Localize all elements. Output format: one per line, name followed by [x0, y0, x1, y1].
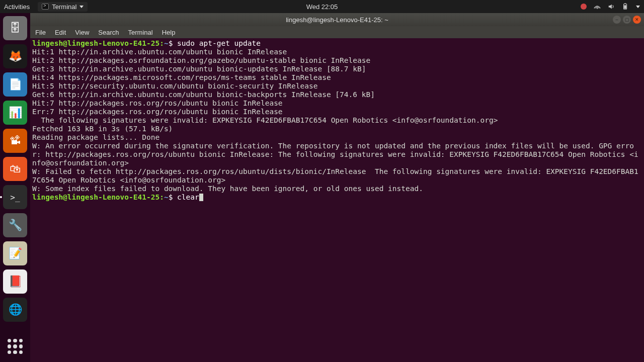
activities-button[interactable]: Activities	[4, 3, 30, 11]
terminal-output-line: Hit:7 http://packages.ros.org/ros/ubuntu…	[32, 99, 642, 108]
settings-icon[interactable]: 🔧	[3, 213, 27, 237]
writer-icon[interactable]: 📄	[3, 72, 27, 97]
svg-rect-3	[624, 5, 626, 9]
cursor	[199, 194, 203, 201]
terminal-output-line: Hit:2 http://packages.osrfoundation.org/…	[32, 56, 642, 65]
terminal-output-line: Get:6 http://in.archive.ubuntu.com/ubunt…	[32, 90, 642, 99]
software-icon[interactable]: 🛍	[3, 157, 27, 181]
impress-icon[interactable]: 📽	[3, 129, 27, 153]
clock[interactable]: Wed 22:05	[306, 3, 338, 11]
text-editor-icon[interactable]: 📝	[3, 241, 27, 265]
files-icon[interactable]: 🗄	[3, 16, 27, 40]
show-applications-icon[interactable]	[8, 339, 23, 354]
app-menu[interactable]: Terminal	[38, 2, 88, 12]
menu-edit[interactable]: Edit	[55, 29, 66, 36]
top-bar: Activities Terminal Wed 22:05	[0, 0, 644, 13]
terminal-body[interactable]: lingesh@lingesh-Lenovo-E41-25:~$ sudo ap…	[30, 38, 644, 362]
svg-point-0	[597, 8, 598, 9]
close-button[interactable]: ✕	[633, 16, 641, 24]
maximize-button[interactable]: ▢	[623, 16, 631, 24]
terminal-icon[interactable]: >_	[3, 185, 27, 209]
menu-view[interactable]: View	[75, 29, 89, 36]
chevron-down-icon	[79, 6, 84, 8]
system-menu-icon[interactable]	[636, 6, 640, 8]
volume-icon[interactable]	[608, 3, 615, 10]
minimize-button[interactable]: –	[613, 16, 621, 24]
terminal-output-line: W: An error occurred during the signatur…	[32, 142, 642, 167]
battery-icon[interactable]	[622, 3, 629, 10]
calc-icon[interactable]: 📊	[3, 101, 27, 125]
terminal-window: lingesh@lingesh-Lenovo-E41-25: ~ – ▢ ✕ F…	[30, 13, 644, 362]
launcher: 🗄🦊📄📊📽🛍>_🔧📝📕🌐	[0, 13, 30, 362]
menu-help[interactable]: Help	[162, 29, 176, 36]
terminal-output-line: Hit:4 https://packages.microsoft.com/rep…	[32, 73, 642, 82]
terminal-output-line: Fetched 163 kB in 3s (57.1 kB/s)	[32, 125, 642, 133]
terminal-output-line: W: Failed to fetch http://packages.ros.o…	[32, 167, 642, 185]
terminal-output-line: Reading package lists... Done	[32, 133, 642, 142]
window-titlebar[interactable]: lingesh@lingesh-Lenovo-E41-25: ~ – ▢ ✕	[30, 13, 644, 26]
screen-record-icon[interactable]	[581, 4, 587, 10]
menubar: FileEditViewSearchTerminalHelp	[30, 26, 644, 38]
network-icon[interactable]	[594, 3, 601, 10]
svg-rect-2	[624, 3, 626, 4]
app-menu-label: Terminal	[52, 3, 76, 11]
menu-search[interactable]: Search	[98, 29, 119, 36]
terminal-output-line: Get:3 http://in.archive.ubuntu.com/ubunt…	[32, 65, 642, 73]
document-viewer-icon[interactable]: 📕	[3, 269, 27, 294]
menu-terminal[interactable]: Terminal	[128, 29, 153, 36]
terminal-output-line: The following signatures were invalid: E…	[32, 116, 642, 125]
terminal-output-line: Hit:1 http://in.archive.ubuntu.com/ubunt…	[32, 48, 642, 56]
terminal-output-line: Err:7 http://packages.ros.org/ros/ubuntu…	[32, 108, 642, 116]
firefox-icon[interactable]: 🦊	[3, 44, 27, 68]
terminal-output-line: Hit:5 http://security.ubuntu.com/ubuntu …	[32, 82, 642, 90]
menu-file[interactable]: File	[35, 29, 46, 36]
terminal-output-line: W: Some index files failed to download. …	[32, 185, 642, 193]
terminal-mini-icon	[42, 4, 49, 10]
browser-icon[interactable]: 🌐	[3, 298, 27, 322]
window-title: lingesh@lingesh-Lenovo-E41-25: ~	[286, 16, 388, 24]
